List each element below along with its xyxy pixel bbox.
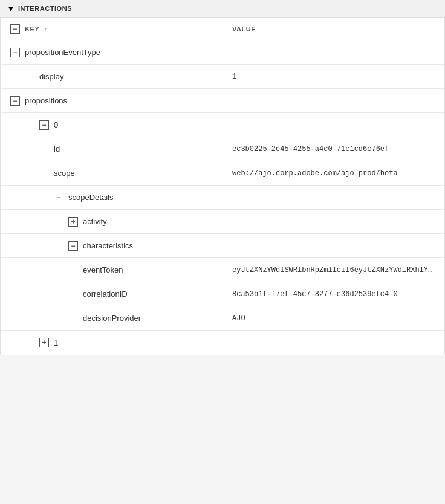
row-value-eventToken: eyJtZXNzYWdlSWRlbnRpZmllciI6eyJtZXNzYWdl…: [223, 260, 444, 280]
table-row: − propositionEventType: [1, 40, 444, 65]
row-key-scope: scope: [1, 163, 223, 184]
interactions-title: INTERACTIONS: [18, 5, 72, 12]
value-column-header: VALUE: [223, 18, 444, 40]
row-value-decisionProvider: AJO: [223, 308, 444, 329]
data-table: − KEY ↑ VALUE − propositionEventType dis…: [0, 18, 445, 355]
table-row: − scopeDetails: [1, 186, 444, 210]
section-key-1: + 1: [1, 332, 444, 354]
table-row: + 1: [1, 331, 444, 355]
collapse-button[interactable]: −: [54, 193, 63, 202]
row-key-id: id: [1, 138, 223, 160]
row-value-id: ec3b0225-2e45-4255-a4c0-71c1cd6c76ef: [223, 139, 444, 160]
section-key-scopeDetails: − scopeDetails: [1, 187, 444, 208]
sort-icon[interactable]: ↑: [44, 26, 48, 33]
table-header: − KEY ↑ VALUE: [1, 18, 444, 40]
section-key-characteristics: − characteristics: [1, 235, 444, 257]
key-column-header: − KEY ↑: [1, 18, 223, 40]
collapse-button[interactable]: −: [10, 48, 20, 57]
row-key-correlationID: correlationID: [1, 283, 223, 305]
table-row: decisionProvider AJO: [1, 306, 444, 331]
section-key-propositions: − propositions: [1, 90, 444, 112]
interactions-panel: ▼ INTERACTIONS − KEY ↑ VALUE − propositi…: [0, 0, 445, 355]
section-key-0: − 0: [1, 114, 444, 136]
chevron-down-icon[interactable]: ▼: [7, 5, 15, 12]
row-key-decisionProvider: decisionProvider: [1, 308, 223, 329]
collapse-button[interactable]: −: [39, 120, 49, 130]
table-row: correlationID 8ca53b1f-f7ef-45c7-8277-e3…: [1, 282, 444, 306]
row-key-eventToken: eventToken: [1, 259, 223, 280]
row-value-display: 1: [223, 66, 444, 87]
interactions-header: ▼ INTERACTIONS: [0, 0, 445, 18]
table-row: − characteristics: [1, 234, 444, 258]
section-key-propositionEventType: − propositionEventType: [1, 42, 444, 63]
table-row: display 1: [1, 65, 444, 89]
collapse-button[interactable]: −: [68, 241, 78, 251]
table-row: + activity: [1, 210, 444, 234]
expand-button[interactable]: +: [68, 217, 78, 227]
row-key-display: display: [1, 66, 223, 87]
table-row: − 0: [1, 113, 444, 137]
row-value-scope: web://ajo.corp.adobe.com/ajo-prod/bofa: [223, 163, 444, 184]
table-row: scope web://ajo.corp.adobe.com/ajo-prod/…: [1, 161, 444, 186]
table-row: − propositions: [1, 89, 444, 113]
section-key-activity: + activity: [1, 211, 444, 233]
row-value-correlationID: 8ca53b1f-f7ef-45c7-8277-e36d2539efc4-0: [223, 284, 444, 305]
expand-button[interactable]: +: [39, 338, 49, 347]
table-row: id ec3b0225-2e45-4255-a4c0-71c1cd6c76ef: [1, 137, 444, 161]
table-row: eventToken eyJtZXNzYWdlSWRlbnRpZmllciI6e…: [1, 258, 444, 282]
collapse-all-button[interactable]: −: [10, 24, 20, 34]
collapse-button[interactable]: −: [10, 96, 20, 106]
